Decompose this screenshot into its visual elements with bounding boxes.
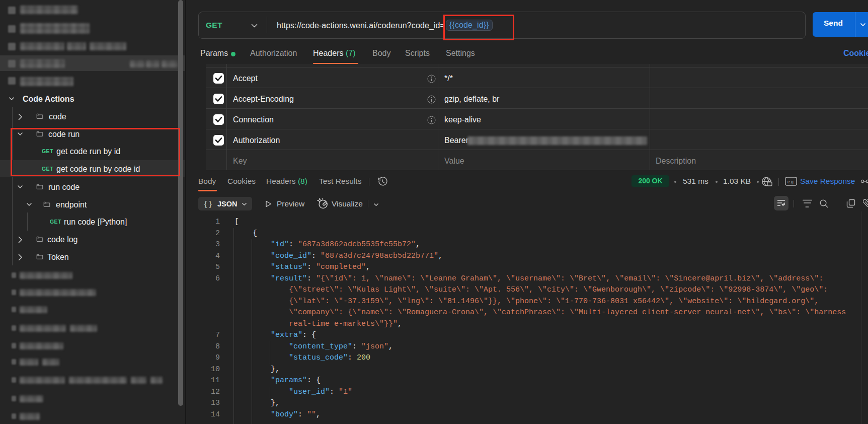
svg-text:e.g.: e.g. xyxy=(787,179,795,184)
